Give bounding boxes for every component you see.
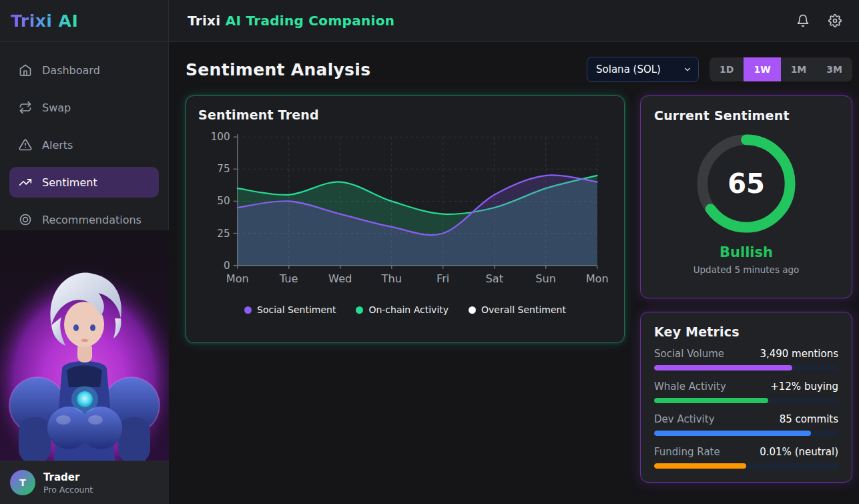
sidebar-item-label: Recommendations [42, 214, 141, 226]
metric-progress-track [654, 431, 838, 436]
chart-title: Sentiment Trend [198, 107, 612, 122]
metric-progress-fill [654, 463, 746, 469]
topbar-title-prefix: Trixi [188, 13, 220, 29]
legend-dot [356, 306, 363, 314]
topbar: Trixi AI Trading Companion [169, 0, 859, 42]
legend-label: Overall Sentiment [481, 304, 566, 315]
asset-select[interactable]: Solana (SOL) [587, 57, 699, 82]
sentiment-score: 65 [693, 131, 799, 236]
metric-progress-fill [654, 398, 768, 403]
svg-text:Mon: Mon [226, 272, 249, 285]
sentiment-trend-chart[interactable]: 0255075100MonTueWedThuFriSatSunMon [198, 129, 612, 299]
ai-companion-illustration [0, 230, 169, 461]
sidebar-nav: Dashboard Swap Alerts Sentiment Recommen… [0, 42, 168, 242]
metric-progress-track [654, 463, 838, 469]
bell-icon [796, 14, 810, 27]
topbar-title-rest: AI Trading Companion [226, 13, 395, 29]
app-logo: Trixi AI [0, 0, 168, 42]
sidebar-item-alerts[interactable]: Alerts [9, 130, 159, 160]
chart-canvas[interactable]: 0255075100MonTueWedThuFriSatSunMon [198, 129, 612, 299]
svg-text:Mon: Mon [586, 272, 609, 285]
metric-progress-track [654, 365, 838, 370]
metric-progress-fill [654, 365, 792, 370]
avatar-initial: T [19, 477, 26, 488]
main-column: Trixi AI Trading Companion Sentiment Ana… [169, 0, 859, 504]
metric-progress-fill [654, 431, 811, 436]
trending-up-icon [19, 176, 32, 189]
metric-value: +12% buying [770, 381, 838, 393]
range-button-1w[interactable]: 1W [744, 57, 780, 81]
legend-label: On-chain Activity [368, 304, 449, 315]
svg-text:Thu: Thu [381, 272, 402, 285]
range-button-1d[interactable]: 1D [709, 57, 744, 81]
sentiment-gauge: 65 [693, 131, 799, 236]
svg-text:Tue: Tue [279, 272, 298, 285]
current-sentiment-title: Current Sentiment [654, 108, 790, 123]
metric-row-social-volume: Social Volume 3,490 mentions [654, 348, 838, 370]
svg-text:25: 25 [217, 228, 230, 240]
svg-text:Wed: Wed [328, 272, 352, 285]
legend-item[interactable]: On-chain Activity [356, 304, 449, 315]
account-footer[interactable]: T Trader Pro Account [0, 461, 169, 504]
settings-button[interactable] [828, 14, 842, 27]
metric-value: 85 commits [780, 413, 838, 425]
sentiment-trend-card: Sentiment Trend 0255075100MonTueWedThuFr… [186, 95, 625, 343]
svg-text:75: 75 [217, 163, 230, 175]
chart-legend: Social SentimentOn-chain ActivityOverall… [198, 304, 612, 315]
asset-select-wrap: Solana (SOL) [587, 57, 699, 82]
metric-row-dev-activity: Dev Activity 85 commits [654, 413, 838, 436]
svg-text:Fri: Fri [437, 272, 449, 285]
metric-progress-track [654, 398, 838, 403]
sidebar-item-label: Swap [42, 101, 71, 114]
home-icon [19, 63, 32, 77]
disc-icon [19, 213, 32, 226]
alert-triangle-icon [19, 138, 32, 152]
sidebar-item-label: Dashboard [42, 64, 100, 77]
page-title: Sentiment Analysis [186, 60, 370, 79]
metric-label: Social Volume [654, 348, 724, 360]
swap-icon [19, 101, 32, 114]
svg-text:Sat: Sat [485, 272, 503, 285]
svg-text:100: 100 [211, 131, 230, 143]
legend-item[interactable]: Social Sentiment [244, 304, 336, 315]
range-button-1m[interactable]: 1M [781, 57, 817, 81]
range-group: 1D 1W 1M 3M [709, 57, 852, 81]
legend-dot [469, 306, 476, 314]
sidebar-item-dashboard[interactable]: Dashboard [9, 55, 159, 85]
svg-text:0: 0 [224, 260, 230, 272]
sidebar: Trixi AI Dashboard Swap Alerts Sentiment… [0, 0, 169, 504]
gear-icon [828, 14, 842, 27]
user-name: Trader [43, 471, 93, 483]
metric-value: 0.01% (neutral) [760, 446, 838, 458]
sentiment-label: Bullish [720, 244, 773, 260]
metric-label: Dev Activity [654, 413, 715, 425]
sidebar-item-swap[interactable]: Swap [9, 92, 159, 123]
metric-row-whale-activity: Whale Activity +12% buying [654, 381, 838, 403]
metric-label: Funding Rate [654, 446, 720, 458]
legend-label: Social Sentiment [257, 304, 336, 315]
range-button-3m[interactable]: 3M [816, 57, 852, 81]
legend-dot [244, 306, 252, 314]
svg-text:Sun: Sun [535, 272, 556, 285]
metric-label: Whale Activity [654, 381, 726, 393]
sidebar-item-label: Alerts [42, 139, 73, 152]
avatar: T [10, 470, 35, 495]
metric-row-funding-rate: Funding Rate 0.01% (neutral) [654, 446, 838, 469]
notifications-button[interactable] [796, 14, 810, 27]
topbar-title: Trixi AI Trading Companion [188, 13, 394, 29]
legend-item[interactable]: Overall Sentiment [469, 304, 566, 315]
sidebar-item-label: Sentiment [42, 176, 97, 189]
key-metrics-title: Key Metrics [654, 324, 838, 339]
svg-text:50: 50 [217, 195, 230, 207]
sentiment-updated: Updated 5 minutes ago [693, 264, 800, 275]
sidebar-item-sentiment[interactable]: Sentiment [9, 167, 159, 198]
user-plan: Pro Account [43, 485, 93, 495]
current-sentiment-card: Current Sentiment 65 Bullish Updated 5 m… [640, 95, 852, 298]
key-metrics-card: Key Metrics Social Volume 3,490 mentions… [640, 312, 852, 483]
app-logo-text: Trixi AI [11, 11, 78, 31]
metric-value: 3,490 mentions [760, 348, 838, 360]
